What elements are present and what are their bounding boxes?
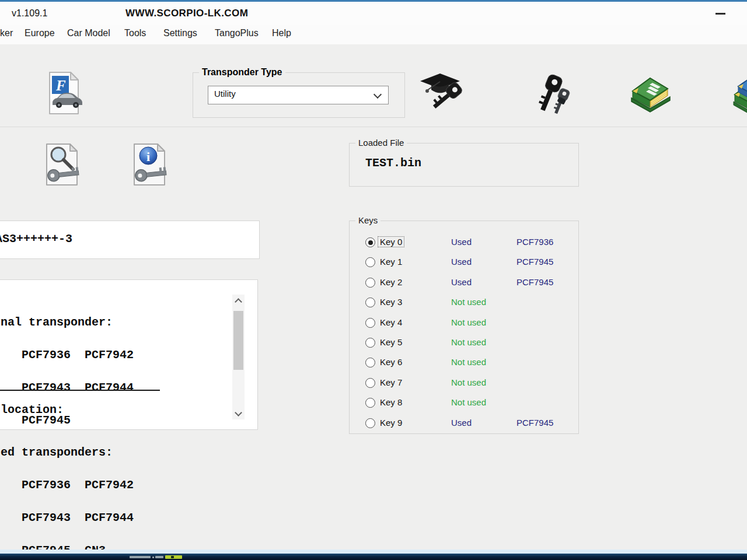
taskbar-item[interactable]	[155, 556, 163, 558]
menu-item-europe[interactable]: Europe	[25, 28, 55, 38]
key-status: Not used	[451, 297, 486, 307]
scroll-up-button[interactable]	[232, 295, 245, 306]
output-scrollbar[interactable]	[232, 295, 245, 419]
minimize-button[interactable]	[715, 13, 725, 15]
radio-icon[interactable]	[365, 298, 375, 307]
transponder-keys-icon[interactable]	[525, 70, 571, 117]
radio-icon[interactable]	[365, 237, 375, 247]
menu-item-tools[interactable]: Tools	[124, 28, 146, 38]
key-row-6[interactable]: Key 6 Not used	[350, 356, 578, 369]
radio-icon[interactable]	[365, 418, 375, 428]
key-status: Used	[451, 277, 472, 287]
transponder-type-label: Transponder Type	[199, 67, 285, 78]
key-label: Key 9	[378, 418, 404, 428]
key-type: PCF7936	[516, 237, 553, 247]
output-line: PCF7945	[1, 415, 134, 426]
taskbar[interactable]	[0, 554, 747, 560]
taskbar-item-active[interactable]	[165, 555, 182, 559]
key-row-2[interactable]: Key 2 Used PCF7945	[350, 276, 578, 289]
loaded-file-group: Loaded File TEST.bin	[349, 143, 579, 187]
menu-item-settings[interactable]: Settings	[163, 28, 197, 38]
svg-text:i: i	[146, 149, 150, 164]
key-row-1[interactable]: Key 1 Used PCF7945	[350, 256, 578, 269]
output-line: PCF7936 PCF7942	[1, 480, 134, 491]
scroll-down-button[interactable]	[232, 408, 245, 419]
menu-item-tangoplus[interactable]: TangoPlus	[215, 28, 259, 38]
keys-group: Keys Key 0 Used PCF7936 Key 1 Used PCF79…	[349, 220, 579, 434]
keys-label: Keys	[355, 215, 381, 225]
transponder-type-select[interactable]: Utility	[208, 86, 389, 104]
info-key-file-icon[interactable]: i	[131, 142, 168, 187]
key-row-9[interactable]: Key 9 Used PCF7945	[350, 417, 578, 430]
menu-bar: ker Europe Car Model Tools Settings Tang…	[0, 25, 747, 44]
key-label: Key 3	[378, 297, 404, 307]
key-status: Used	[451, 418, 472, 428]
code-input[interactable]: AS3++++++-3	[0, 220, 260, 259]
key-row-7[interactable]: Key 7 Not used	[350, 377, 578, 390]
output-line: PCF7943 PCF7944	[1, 383, 134, 394]
key-status: Not used	[451, 357, 486, 367]
key-status: Used	[451, 257, 472, 267]
key-label: Key 8	[378, 397, 404, 407]
menu-item-maker[interactable]: ker	[0, 28, 13, 38]
output-line: nal transponder:	[1, 317, 134, 328]
key-status: Not used	[451, 337, 486, 347]
key-row-3[interactable]: Key 3 Not used	[350, 296, 578, 309]
app-window: v1.109.1 WWW.SCORPIO-LK.COM ker Europe C…	[0, 0, 747, 560]
key-row-5[interactable]: Key 5 Not used	[350, 337, 578, 349]
radio-icon[interactable]	[365, 378, 375, 388]
key-status: Not used	[451, 317, 486, 327]
key-label: Key 5	[378, 337, 404, 347]
output-footer-line: location:	[1, 403, 64, 416]
key-label: Key 0	[378, 237, 404, 247]
radio-icon[interactable]	[365, 257, 375, 267]
key-label: Key 4	[378, 317, 404, 327]
title-bar: v1.109.1 WWW.SCORPIO-LK.COM	[0, 2, 747, 25]
taskbar-highlight	[0, 550, 747, 554]
menu-item-car-model[interactable]: Car Model	[67, 28, 110, 38]
book-icon[interactable]	[624, 70, 672, 116]
key-row-4[interactable]: Key 4 Not used	[350, 317, 578, 330]
taskbar-item-glyph	[171, 556, 174, 558]
output-text: nal transponder: PCF7936 PCF7942 PCF7943…	[1, 296, 134, 560]
output-line: ed transponders:	[1, 447, 134, 459]
key-label: Key 1	[378, 257, 404, 267]
loaded-file-label: Loaded File	[355, 138, 407, 148]
transponder-type-group: Transponder Type Utility	[193, 72, 405, 118]
app-version: v1.109.1	[12, 8, 47, 19]
search-key-file-icon[interactable]	[43, 142, 81, 187]
output-line: PCF7943 PCF7944	[1, 513, 134, 524]
key-status: Not used	[451, 377, 486, 387]
taskbar-item[interactable]	[130, 556, 151, 558]
file-car-icon[interactable]: F	[46, 70, 83, 118]
radio-icon[interactable]	[365, 278, 375, 288]
key-type: PCF7945	[516, 277, 553, 287]
scrollbar-thumb[interactable]	[233, 311, 243, 370]
key-label: Key 2	[378, 277, 404, 287]
output-box[interactable]: nal transponder: PCF7936 PCF7942 PCF7943…	[0, 279, 258, 430]
toolbar-divider	[0, 127, 747, 127]
learn-key-icon[interactable]	[419, 68, 470, 119]
books-icon[interactable]	[725, 69, 747, 117]
window-title: WWW.SCORPIO-LK.COM	[125, 8, 248, 19]
key-status: Not used	[451, 397, 486, 407]
radio-icon[interactable]	[365, 358, 375, 368]
key-type: PCF7945	[516, 257, 553, 267]
chevron-down-icon	[374, 90, 382, 99]
transponder-type-value: Utility	[214, 89, 236, 99]
taskbar-item[interactable]	[152, 556, 154, 558]
loaded-file-name: TEST.bin	[365, 156, 421, 170]
key-label: Key 7	[378, 377, 404, 387]
key-status: Used	[451, 237, 472, 247]
output-divider	[0, 390, 160, 391]
radio-icon[interactable]	[365, 318, 375, 328]
radio-icon[interactable]	[365, 398, 375, 408]
key-row-0[interactable]: Key 0 Used PCF7936	[350, 236, 578, 249]
key-row-8[interactable]: Key 8 Not used	[350, 397, 578, 410]
code-value: AS3++++++-3	[0, 232, 72, 246]
svg-text:F: F	[55, 78, 66, 93]
key-type: PCF7945	[516, 418, 553, 428]
key-label: Key 6	[378, 357, 404, 367]
radio-icon[interactable]	[365, 338, 375, 348]
menu-item-help[interactable]: Help	[272, 28, 291, 38]
